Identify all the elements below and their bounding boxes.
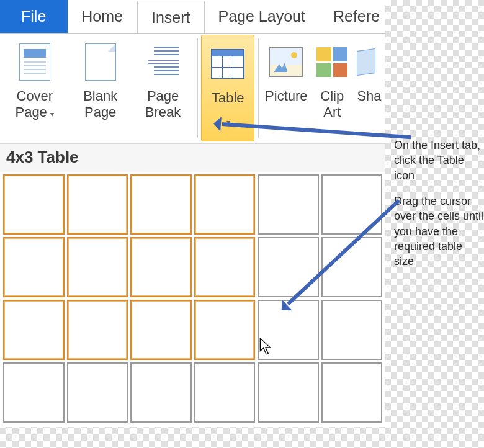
- table-icon: [211, 49, 244, 79]
- picture-label: Picture: [265, 88, 307, 104]
- picker-cell[interactable]: [130, 362, 192, 423]
- table-label: Table: [212, 90, 244, 105]
- shapes-icon: [357, 47, 382, 77]
- blank-page-label: Blank Page: [73, 88, 128, 121]
- picker-cell[interactable]: [194, 174, 256, 235]
- page-break-label: Page Break: [135, 88, 191, 121]
- clip-art-button[interactable]: Clip Art: [311, 34, 353, 143]
- blank-page-button[interactable]: Blank Page: [69, 34, 132, 143]
- tab-references[interactable]: Refere: [320, 0, 385, 33]
- shapes-label: Sha: [357, 88, 381, 104]
- chevron-down-icon: ▾: [48, 110, 54, 119]
- picker-cell[interactable]: [3, 237, 65, 297]
- picker-cell[interactable]: [258, 362, 319, 423]
- picker-cell[interactable]: [130, 300, 192, 360]
- page-break-icon: [148, 47, 179, 78]
- blank-page-icon: [85, 43, 116, 81]
- tab-home[interactable]: Home: [68, 0, 137, 33]
- picker-cell[interactable]: [67, 300, 128, 360]
- cover-page-button[interactable]: Cover Page ▾: [0, 34, 69, 143]
- picker-cell[interactable]: [3, 300, 65, 360]
- picker-cell[interactable]: [258, 174, 319, 235]
- picker-cell[interactable]: [3, 362, 65, 423]
- annotation-text: Drag the cursor over the cells until you…: [394, 194, 484, 269]
- picker-cell[interactable]: [3, 174, 65, 235]
- picker-cell[interactable]: [67, 174, 128, 235]
- annotation-text: On the Insert tab, click the Table icon: [394, 138, 484, 183]
- picker-cell[interactable]: [194, 362, 256, 423]
- picker-cell[interactable]: [130, 174, 192, 235]
- tab-insert[interactable]: Insert: [137, 1, 205, 34]
- ribbon-insert: Cover Page ▾ Blank Page Page Break Table…: [0, 34, 385, 143]
- word-insert-ribbon-panel: File Home Insert Page Layout Refere Cove…: [0, 0, 385, 427]
- picker-cell[interactable]: [321, 300, 383, 360]
- picker-cell[interactable]: [194, 237, 256, 297]
- picker-cell[interactable]: [321, 362, 383, 423]
- table-size-picker: 4x3 Table: [0, 143, 385, 427]
- picker-cell[interactable]: [258, 237, 319, 297]
- clip-art-label: Clip Art: [315, 88, 349, 121]
- picker-cell[interactable]: [194, 300, 256, 360]
- cover-page-icon: [19, 43, 50, 81]
- picker-title: 4x3 Table: [0, 144, 385, 172]
- clip-art-icon: [316, 47, 347, 77]
- shapes-button[interactable]: Sha: [353, 34, 385, 143]
- picker-cell[interactable]: [130, 237, 192, 297]
- page-break-button[interactable]: Page Break: [132, 34, 195, 143]
- picture-icon: [269, 47, 303, 77]
- ribbon-tabs: File Home Insert Page Layout Refere: [0, 0, 385, 34]
- cover-page-label: Cover Page: [15, 88, 53, 120]
- tab-file[interactable]: File: [0, 0, 68, 33]
- tab-page-layout[interactable]: Page Layout: [205, 0, 320, 33]
- picker-cell[interactable]: [67, 237, 128, 297]
- ribbon-divider: [197, 38, 198, 138]
- ribbon-divider: [258, 38, 259, 138]
- picker-cell[interactable]: [67, 362, 128, 423]
- picker-grid[interactable]: [0, 172, 385, 427]
